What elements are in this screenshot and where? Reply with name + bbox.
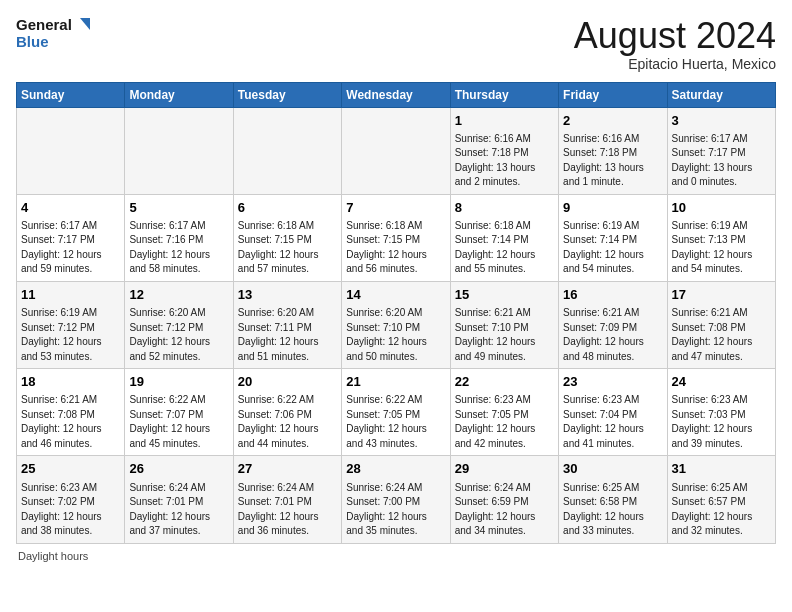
day-info: Sunrise: 6:24 AM Sunset: 6:59 PM Dayligh… bbox=[455, 481, 554, 539]
day-number: 4 bbox=[21, 199, 120, 217]
footer-text: Daylight hours bbox=[18, 550, 88, 562]
day-cell-30: 30Sunrise: 6:25 AM Sunset: 6:58 PM Dayli… bbox=[559, 456, 667, 543]
day-number: 29 bbox=[455, 460, 554, 478]
day-number: 2 bbox=[563, 112, 662, 130]
day-cell-8: 8Sunrise: 6:18 AM Sunset: 7:14 PM Daylig… bbox=[450, 194, 558, 281]
day-info: Sunrise: 6:20 AM Sunset: 7:10 PM Dayligh… bbox=[346, 306, 445, 364]
day-info: Sunrise: 6:18 AM Sunset: 7:15 PM Dayligh… bbox=[346, 219, 445, 277]
logo-triangle-icon bbox=[74, 16, 92, 34]
day-cell-empty bbox=[233, 107, 341, 194]
day-cell-20: 20Sunrise: 6:22 AM Sunset: 7:06 PM Dayli… bbox=[233, 369, 341, 456]
header: General Blue August 2024 Epitacio Huerta… bbox=[16, 16, 776, 72]
day-cell-11: 11Sunrise: 6:19 AM Sunset: 7:12 PM Dayli… bbox=[17, 281, 125, 368]
day-number: 7 bbox=[346, 199, 445, 217]
day-cell-15: 15Sunrise: 6:21 AM Sunset: 7:10 PM Dayli… bbox=[450, 281, 558, 368]
day-cell-17: 17Sunrise: 6:21 AM Sunset: 7:08 PM Dayli… bbox=[667, 281, 775, 368]
day-number: 8 bbox=[455, 199, 554, 217]
day-number: 18 bbox=[21, 373, 120, 391]
day-cell-22: 22Sunrise: 6:23 AM Sunset: 7:05 PM Dayli… bbox=[450, 369, 558, 456]
day-number: 20 bbox=[238, 373, 337, 391]
day-cell-9: 9Sunrise: 6:19 AM Sunset: 7:14 PM Daylig… bbox=[559, 194, 667, 281]
day-info: Sunrise: 6:23 AM Sunset: 7:04 PM Dayligh… bbox=[563, 393, 662, 451]
day-info: Sunrise: 6:21 AM Sunset: 7:10 PM Dayligh… bbox=[455, 306, 554, 364]
week-row-3: 11Sunrise: 6:19 AM Sunset: 7:12 PM Dayli… bbox=[17, 281, 776, 368]
column-header-sunday: Sunday bbox=[17, 82, 125, 107]
day-number: 1 bbox=[455, 112, 554, 130]
day-info: Sunrise: 6:17 AM Sunset: 7:17 PM Dayligh… bbox=[672, 132, 771, 190]
day-info: Sunrise: 6:16 AM Sunset: 7:18 PM Dayligh… bbox=[563, 132, 662, 190]
day-number: 21 bbox=[346, 373, 445, 391]
day-number: 30 bbox=[563, 460, 662, 478]
header-row: SundayMondayTuesdayWednesdayThursdayFrid… bbox=[17, 82, 776, 107]
day-info: Sunrise: 6:23 AM Sunset: 7:03 PM Dayligh… bbox=[672, 393, 771, 451]
day-info: Sunrise: 6:21 AM Sunset: 7:08 PM Dayligh… bbox=[21, 393, 120, 451]
day-number: 3 bbox=[672, 112, 771, 130]
day-cell-31: 31Sunrise: 6:25 AM Sunset: 6:57 PM Dayli… bbox=[667, 456, 775, 543]
logo-blue: Blue bbox=[16, 34, 92, 51]
footer: Daylight hours bbox=[16, 550, 776, 562]
week-row-1: 1Sunrise: 6:16 AM Sunset: 7:18 PM Daylig… bbox=[17, 107, 776, 194]
day-cell-28: 28Sunrise: 6:24 AM Sunset: 7:00 PM Dayli… bbox=[342, 456, 450, 543]
logo-text-block: General Blue bbox=[16, 16, 92, 51]
day-cell-2: 2Sunrise: 6:16 AM Sunset: 7:18 PM Daylig… bbox=[559, 107, 667, 194]
calendar-table: SundayMondayTuesdayWednesdayThursdayFrid… bbox=[16, 82, 776, 544]
day-info: Sunrise: 6:21 AM Sunset: 7:09 PM Dayligh… bbox=[563, 306, 662, 364]
day-info: Sunrise: 6:24 AM Sunset: 7:01 PM Dayligh… bbox=[238, 481, 337, 539]
day-cell-6: 6Sunrise: 6:18 AM Sunset: 7:15 PM Daylig… bbox=[233, 194, 341, 281]
week-row-4: 18Sunrise: 6:21 AM Sunset: 7:08 PM Dayli… bbox=[17, 369, 776, 456]
svg-marker-0 bbox=[80, 18, 90, 30]
day-number: 19 bbox=[129, 373, 228, 391]
page-container: General Blue August 2024 Epitacio Huerta… bbox=[0, 0, 792, 570]
day-number: 11 bbox=[21, 286, 120, 304]
day-info: Sunrise: 6:20 AM Sunset: 7:12 PM Dayligh… bbox=[129, 306, 228, 364]
day-cell-13: 13Sunrise: 6:20 AM Sunset: 7:11 PM Dayli… bbox=[233, 281, 341, 368]
day-cell-10: 10Sunrise: 6:19 AM Sunset: 7:13 PM Dayli… bbox=[667, 194, 775, 281]
day-number: 6 bbox=[238, 199, 337, 217]
day-cell-14: 14Sunrise: 6:20 AM Sunset: 7:10 PM Dayli… bbox=[342, 281, 450, 368]
column-header-thursday: Thursday bbox=[450, 82, 558, 107]
day-info: Sunrise: 6:24 AM Sunset: 7:01 PM Dayligh… bbox=[129, 481, 228, 539]
day-info: Sunrise: 6:18 AM Sunset: 7:15 PM Dayligh… bbox=[238, 219, 337, 277]
day-cell-3: 3Sunrise: 6:17 AM Sunset: 7:17 PM Daylig… bbox=[667, 107, 775, 194]
day-info: Sunrise: 6:17 AM Sunset: 7:17 PM Dayligh… bbox=[21, 219, 120, 277]
day-cell-24: 24Sunrise: 6:23 AM Sunset: 7:03 PM Dayli… bbox=[667, 369, 775, 456]
day-number: 22 bbox=[455, 373, 554, 391]
day-number: 24 bbox=[672, 373, 771, 391]
day-number: 5 bbox=[129, 199, 228, 217]
day-cell-empty bbox=[125, 107, 233, 194]
day-info: Sunrise: 6:22 AM Sunset: 7:06 PM Dayligh… bbox=[238, 393, 337, 451]
column-header-monday: Monday bbox=[125, 82, 233, 107]
day-info: Sunrise: 6:25 AM Sunset: 6:58 PM Dayligh… bbox=[563, 481, 662, 539]
day-info: Sunrise: 6:23 AM Sunset: 7:05 PM Dayligh… bbox=[455, 393, 554, 451]
day-number: 14 bbox=[346, 286, 445, 304]
logo: General Blue bbox=[16, 16, 92, 51]
main-title: August 2024 bbox=[574, 16, 776, 56]
day-number: 17 bbox=[672, 286, 771, 304]
day-number: 23 bbox=[563, 373, 662, 391]
logo-general: General bbox=[16, 17, 72, 34]
day-info: Sunrise: 6:19 AM Sunset: 7:13 PM Dayligh… bbox=[672, 219, 771, 277]
day-number: 26 bbox=[129, 460, 228, 478]
day-number: 10 bbox=[672, 199, 771, 217]
day-cell-18: 18Sunrise: 6:21 AM Sunset: 7:08 PM Dayli… bbox=[17, 369, 125, 456]
week-row-5: 25Sunrise: 6:23 AM Sunset: 7:02 PM Dayli… bbox=[17, 456, 776, 543]
subtitle: Epitacio Huerta, Mexico bbox=[574, 56, 776, 72]
day-number: 31 bbox=[672, 460, 771, 478]
day-cell-empty bbox=[342, 107, 450, 194]
column-header-wednesday: Wednesday bbox=[342, 82, 450, 107]
day-number: 27 bbox=[238, 460, 337, 478]
day-info: Sunrise: 6:23 AM Sunset: 7:02 PM Dayligh… bbox=[21, 481, 120, 539]
day-number: 13 bbox=[238, 286, 337, 304]
day-info: Sunrise: 6:20 AM Sunset: 7:11 PM Dayligh… bbox=[238, 306, 337, 364]
day-info: Sunrise: 6:22 AM Sunset: 7:07 PM Dayligh… bbox=[129, 393, 228, 451]
day-cell-16: 16Sunrise: 6:21 AM Sunset: 7:09 PM Dayli… bbox=[559, 281, 667, 368]
day-info: Sunrise: 6:19 AM Sunset: 7:14 PM Dayligh… bbox=[563, 219, 662, 277]
column-header-saturday: Saturday bbox=[667, 82, 775, 107]
day-number: 15 bbox=[455, 286, 554, 304]
day-info: Sunrise: 6:17 AM Sunset: 7:16 PM Dayligh… bbox=[129, 219, 228, 277]
column-header-tuesday: Tuesday bbox=[233, 82, 341, 107]
day-number: 25 bbox=[21, 460, 120, 478]
day-cell-26: 26Sunrise: 6:24 AM Sunset: 7:01 PM Dayli… bbox=[125, 456, 233, 543]
day-info: Sunrise: 6:16 AM Sunset: 7:18 PM Dayligh… bbox=[455, 132, 554, 190]
day-info: Sunrise: 6:25 AM Sunset: 6:57 PM Dayligh… bbox=[672, 481, 771, 539]
